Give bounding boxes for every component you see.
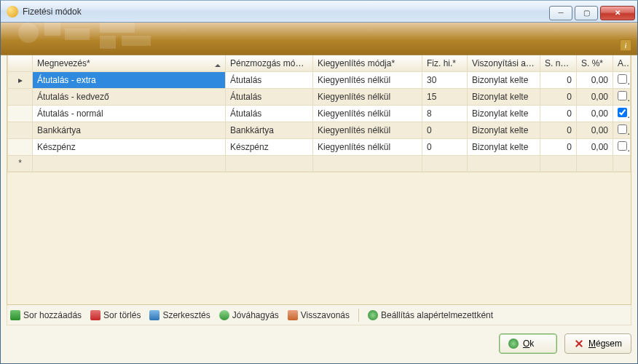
cancel-icon [574,339,584,349]
col-spct[interactable]: S. %* [577,55,613,71]
ok-button[interactable]: Ok [499,333,557,354]
table-row[interactable]: KészpénzKészpénzKiegyenlítés nélkül0Bizo… [8,138,631,155]
cell-basis[interactable]: Bizonylat kelte [468,122,540,138]
cell-deadline[interactable]: 30 [422,71,468,88]
cell-spct[interactable]: 0,00 [577,105,613,122]
cancel-button[interactable]: Mégsem [564,333,631,354]
row-indicator [8,138,33,155]
cell-name[interactable]: Bankkártya [33,122,226,138]
cell-snap[interactable]: 0 [540,138,577,155]
undo-button[interactable]: Visszavonás [288,310,350,320]
a-checkbox[interactable] [618,74,627,84]
delete-row-button[interactable]: Sor törlés [90,310,141,320]
window-title: Fizetési módok [23,7,82,17]
banner-decoration [5,23,224,55]
edit-button[interactable]: Szerkesztés [149,310,210,320]
col-deadline[interactable]: Fiz. hi.* [422,55,468,71]
set-default-label: Beállítás alapértelmezettként [381,310,493,320]
cell-settlement[interactable]: Kiegyenlítés nélkül [313,88,422,105]
cell-name[interactable] [33,155,226,171]
row-indicator [8,122,33,138]
cell-settlement[interactable]: Kiegyenlítés nélkül [313,71,422,88]
info-icon[interactable]: i [620,39,631,51]
toolbar-separator [358,309,359,322]
close-button[interactable]: ✕ [600,6,635,20]
cell-deadline[interactable]: 8 [422,105,468,122]
cell-settlement[interactable]: Kiegyenlítés nélkül [313,105,422,122]
a-checkbox[interactable] [618,124,627,134]
cell-basis[interactable] [468,155,540,171]
new-row-indicator: * [8,155,33,171]
undo-icon [288,310,298,320]
cell-spct[interactable]: 0,00 [577,138,613,155]
cell-name[interactable]: Készpénz [33,138,226,155]
pencil-icon [149,310,160,320]
cell-deadline[interactable] [422,155,468,171]
cell-deadline[interactable]: 15 [422,88,468,105]
row-indicator [8,105,33,122]
cell-snap[interactable]: 0 [540,105,577,122]
cell-name[interactable]: Átutalás - extra [33,71,226,88]
cell-deadline[interactable]: 0 [422,138,468,155]
cell-settlement[interactable] [313,155,422,171]
ok-label: Ok [523,339,534,349]
col-settlement[interactable]: Kiegyenlítés módja* [313,55,422,71]
cell-snap[interactable]: 0 [540,71,577,88]
cell-snap[interactable] [540,155,577,171]
table-row[interactable]: Átutalás - kedvezőÁtutalásKiegyenlítés n… [8,88,631,105]
table-row[interactable]: BankkártyaBankkártyaKiegyenlítés nélkül0… [8,122,631,138]
cell-spct[interactable] [577,155,613,171]
cell-name[interactable]: Átutalás - kedvező [33,88,226,105]
cell-snap[interactable]: 0 [540,122,577,138]
table-row[interactable]: ▸Átutalás - extraÁtutalásKiegyenlítés né… [8,71,631,88]
cell-spct[interactable]: 0,00 [577,88,613,105]
cell-spct[interactable]: 0,00 [577,122,613,138]
a-checkbox[interactable] [618,91,627,100]
a-checkbox[interactable] [618,108,627,117]
col-snap[interactable]: S. nap* [540,55,577,71]
table-row[interactable]: Átutalás - normálÁtutalásKiegyenlítés né… [8,105,631,122]
cell-a[interactable] [613,155,631,171]
maximize-button[interactable]: ▢ [575,6,598,20]
col-basis[interactable]: Viszonyítási alap* [468,55,540,71]
cell-spct[interactable]: 0,00 [577,71,613,88]
col-indicator[interactable] [8,55,33,71]
cell-a[interactable] [613,122,631,138]
cell-movement[interactable]: Készpénz [226,138,313,155]
approve-button[interactable]: Jóváhagyás [219,310,279,320]
cell-snap[interactable]: 0 [540,88,577,105]
cell-movement[interactable]: Bankkártya [226,122,313,138]
undo-label: Visszavonás [301,310,350,320]
edit-label: Szerkesztés [162,310,210,320]
col-a[interactable]: A* [613,55,631,71]
header-row: Megnevezés* Pénzmozgás módja* Kiegyenlít… [8,55,631,71]
cell-movement[interactable]: Átutalás [226,105,313,122]
set-default-button[interactable]: Beállítás alapértelmezettként [368,310,493,320]
col-name[interactable]: Megnevezés* [33,55,226,71]
cell-a[interactable] [613,71,631,88]
cell-basis[interactable]: Bizonylat kelte [468,88,540,105]
approve-label: Jóváhagyás [232,310,279,320]
new-row[interactable]: * [8,155,631,171]
cell-movement[interactable]: Átutalás [226,71,313,88]
col-movement[interactable]: Pénzmozgás módja* [226,55,313,71]
a-checkbox[interactable] [618,141,627,151]
cell-movement[interactable]: Átutalás [226,88,313,105]
cell-a[interactable] [613,105,631,122]
window: Fizetési módok ─ ▢ ✕ i Megne [0,0,638,364]
minimize-button[interactable]: ─ [549,6,572,20]
cell-settlement[interactable]: Kiegyenlítés nélkül [313,122,422,138]
cell-settlement[interactable]: Kiegyenlítés nélkül [313,138,422,155]
cell-a[interactable] [613,88,631,105]
cell-basis[interactable]: Bizonylat kelte [468,105,540,122]
app-icon [7,6,18,17]
cell-deadline[interactable]: 0 [422,122,468,138]
cell-basis[interactable]: Bizonylat kelte [468,138,540,155]
cell-basis[interactable]: Bizonylat kelte [468,71,540,88]
cell-movement[interactable] [226,155,313,171]
payment-methods-table: Megnevezés* Pénzmozgás módja* Kiegyenlít… [7,55,631,172]
plus-icon [10,310,20,320]
cell-a[interactable] [613,138,631,155]
cell-name[interactable]: Átutalás - normál [33,105,226,122]
add-row-button[interactable]: Sor hozzáadás [10,310,82,320]
